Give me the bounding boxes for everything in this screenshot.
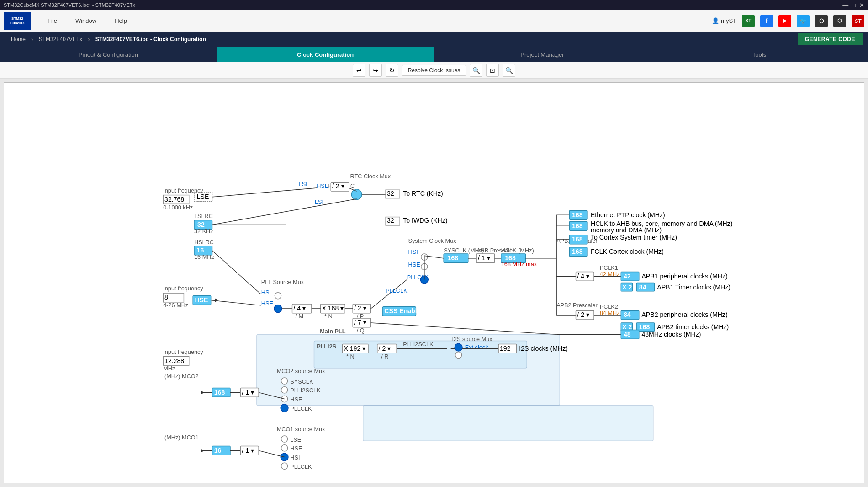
svg-text:84: 84	[624, 311, 631, 318]
svg-text:48: 48	[624, 331, 631, 338]
svg-line-34	[212, 199, 357, 225]
svg-text:HSI: HSI	[261, 289, 271, 296]
redo-button[interactable]: ↪	[369, 64, 382, 77]
svg-text:/ R: / R	[381, 353, 388, 360]
svg-text:16 MHz: 16 MHz	[194, 254, 214, 260]
svg-text:PLLCLK: PLLCLK	[386, 288, 408, 294]
svg-point-167	[281, 387, 288, 393]
resolve-clock-button[interactable]: Resolve Clock Issues	[402, 65, 466, 76]
svg-text:To Cortex System timer (MHz): To Cortex System timer (MHz)	[591, 234, 677, 241]
zoom-in-button[interactable]: 🔍	[470, 64, 482, 77]
svg-text:Input frequency: Input frequency	[163, 349, 203, 355]
generate-code-button[interactable]: GENERATE CODE	[798, 33, 863, 45]
tab-clock[interactable]: Clock Configuration	[217, 47, 434, 62]
svg-text:Main PLL: Main PLL	[320, 328, 346, 335]
svg-text:FCLK Cortex clock (MHz): FCLK Cortex clock (MHz)	[591, 248, 664, 255]
svg-text:16: 16	[214, 447, 222, 454]
svg-text:X 2: X 2	[622, 284, 632, 291]
svg-point-121	[274, 305, 282, 312]
svg-text:0-1000 kHz: 0-1000 kHz	[163, 204, 193, 211]
svg-point-165	[281, 378, 288, 384]
svg-point-189	[281, 463, 288, 469]
svg-text:(MHz) MCO2: (MHz) MCO2	[164, 373, 199, 380]
svg-point-171	[281, 404, 288, 412]
title-text: STM32CubeMX STM32F407VET6.ioc* - STM32F4…	[4, 2, 135, 8]
svg-line-122	[212, 251, 261, 294]
breadcrumb-chip[interactable]: STM32F407VETx	[33, 34, 88, 44]
svg-text:/ 2 ▾: / 2 ▾	[332, 182, 344, 190]
svg-text:12.288: 12.288	[164, 357, 184, 364]
st-icon[interactable]: ST	[742, 15, 755, 27]
svg-text:RTC Clock Mux: RTC Clock Mux	[350, 173, 391, 180]
tab-pinout[interactable]: Pinout & Configuration	[0, 47, 217, 62]
undo-button[interactable]: ↩	[353, 64, 365, 77]
menu-window[interactable]: Window	[66, 15, 106, 27]
svg-text:Input frequency: Input frequency	[163, 285, 203, 292]
svg-text:HSI RC: HSI RC	[194, 239, 214, 246]
breadcrumb-home[interactable]: Home	[5, 34, 31, 44]
svg-text:To RTC (KHz): To RTC (KHz)	[403, 190, 443, 197]
close-btn[interactable]: ✕	[859, 2, 864, 9]
svg-text:/ 1 ▾: / 1 ▾	[478, 254, 490, 262]
breadcrumb-file[interactable]: STM32F407VET6.ioc - Clock Configuration	[90, 34, 212, 44]
menubar-right: 👤 myST ST f ▶ 🐦 ⬡ ⬡ ST	[712, 15, 864, 27]
svg-text:PCLK2: PCLK2	[600, 304, 618, 310]
svg-text:32: 32	[387, 217, 394, 224]
title-bar: STM32CubeMX STM32F407VET6.ioc* - STM32F4…	[0, 0, 868, 10]
clock-diagram[interactable]: Input frequency 32.768 0-1000 kHz LSE LS…	[4, 82, 864, 483]
svg-point-157	[455, 352, 462, 359]
svg-text:PCLK1: PCLK1	[600, 265, 618, 271]
svg-text:HSE: HSE	[195, 296, 208, 304]
svg-text:LSE: LSE	[299, 181, 310, 187]
svg-text:168: 168	[448, 254, 459, 262]
menu-file[interactable]: File	[38, 15, 66, 27]
network-icon[interactable]: ⬡	[833, 15, 846, 27]
svg-text:HSI: HSI	[290, 455, 300, 461]
facebook-icon[interactable]: f	[760, 15, 773, 27]
svg-marker-193	[201, 449, 204, 452]
tab-project[interactable]: Project Manager	[434, 47, 651, 62]
tab-tools[interactable]: Tools	[651, 47, 868, 62]
refresh-button[interactable]: ↻	[386, 64, 398, 77]
maximize-btn[interactable]: □	[852, 2, 856, 9]
svg-text:To IWDG (KHz): To IWDG (KHz)	[403, 217, 447, 224]
svg-text:32 KHz: 32 KHz	[194, 228, 213, 235]
svg-text:Ethernet PTP clock (MHz): Ethernet PTP clock (MHz)	[591, 211, 665, 219]
svg-text:LSE: LSE	[197, 193, 209, 200]
st-brand-icon[interactable]: ST	[852, 15, 864, 27]
minimize-btn[interactable]: —	[842, 2, 848, 9]
clock-svg: Input frequency 32.768 0-1000 kHz LSE LS…	[4, 83, 864, 483]
svg-text:X 192 ▾: X 192 ▾	[344, 345, 365, 352]
svg-text:HSE: HSE	[317, 183, 328, 189]
twitter-icon[interactable]: 🐦	[797, 15, 810, 27]
zoom-fit-button[interactable]: ⊡	[486, 64, 499, 77]
user-icon: 👤	[712, 17, 719, 24]
youtube-icon[interactable]: ▶	[778, 15, 791, 27]
svg-marker-175	[201, 391, 204, 394]
main-content: Input frequency 32.768 0-1000 kHz LSE LS…	[0, 79, 868, 487]
svg-text:PLLI2SCLK: PLLI2SCLK	[290, 387, 321, 394]
svg-text:8: 8	[164, 294, 168, 301]
user-label: myST	[721, 17, 736, 24]
svg-text:42: 42	[624, 273, 631, 280]
svg-text:I2S source Mux: I2S source Mux	[452, 336, 493, 343]
svg-text:/ M: / M	[296, 313, 304, 320]
svg-line-142	[371, 279, 407, 309]
svg-text:X 2: X 2	[622, 323, 632, 331]
menu-help[interactable]: Help	[106, 15, 136, 27]
svg-text:* N: * N	[346, 353, 355, 360]
svg-text:HSE: HSE	[290, 396, 302, 403]
zoom-out-button[interactable]: 🔍	[503, 64, 515, 77]
user-section[interactable]: 👤 myST	[712, 17, 736, 24]
svg-text:32: 32	[197, 221, 205, 228]
window-controls[interactable]: — □ ✕	[842, 2, 864, 9]
svg-text:APB1 peripheral clocks (MHz): APB1 peripheral clocks (MHz)	[641, 273, 727, 280]
toolbar: ↩ ↪ ↻ Resolve Clock Issues 🔍 ⊡ 🔍	[0, 62, 868, 79]
svg-line-199	[259, 450, 284, 457]
github-icon[interactable]: ⬡	[815, 15, 828, 27]
svg-text:MCO2 source Mux: MCO2 source Mux	[277, 368, 325, 375]
svg-text:32: 32	[387, 190, 394, 197]
svg-text:/ 4 ▾: / 4 ▾	[293, 305, 306, 312]
svg-text:168 MHz max: 168 MHz max	[501, 261, 537, 268]
svg-point-31	[351, 189, 362, 200]
